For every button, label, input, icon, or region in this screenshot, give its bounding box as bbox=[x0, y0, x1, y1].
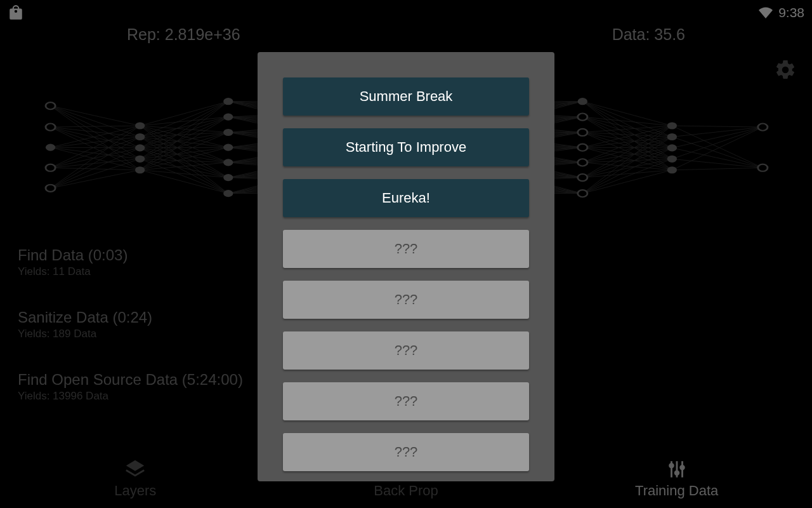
achievements-modal: Summer BreakStarting To ImproveEureka!??… bbox=[258, 52, 554, 481]
achievement-locked-button[interactable]: ??? bbox=[283, 230, 529, 268]
achievement-button[interactable]: Summer Break bbox=[283, 77, 529, 116]
achievement-locked-button[interactable]: ??? bbox=[283, 433, 529, 471]
achievement-locked-button[interactable]: ??? bbox=[283, 331, 529, 370]
achievement-button[interactable]: Eureka! bbox=[283, 179, 529, 217]
achievement-locked-button[interactable]: ??? bbox=[283, 281, 529, 319]
achievement-locked-button[interactable]: ??? bbox=[283, 382, 529, 420]
achievement-button[interactable]: Starting To Improve bbox=[283, 128, 529, 166]
